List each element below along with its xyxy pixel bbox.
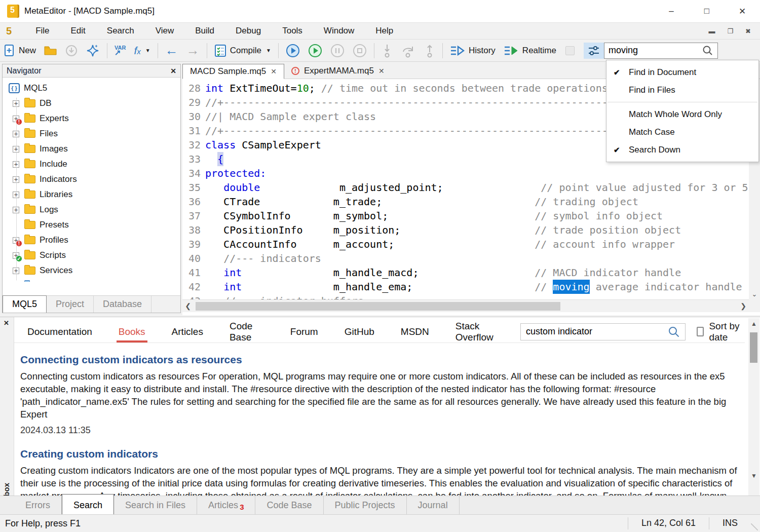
mdi-close-button[interactable]: ✖ xyxy=(745,27,751,35)
expand-plus-icon[interactable] xyxy=(13,268,19,274)
scroll-right-icon[interactable]: ❯ xyxy=(738,302,749,310)
sort-by-date-control[interactable]: Sort by date xyxy=(697,321,745,343)
search-menu-item-search-down[interactable]: Search Down✔ xyxy=(606,141,758,159)
toolbox-bottom-tab-public-projects[interactable]: Public Projects xyxy=(324,496,407,514)
mdi-restore-button[interactable]: ❐ xyxy=(727,27,733,35)
step-into-button[interactable] xyxy=(377,42,397,60)
toolbox-tab-code-base[interactable]: Code Base xyxy=(216,321,277,343)
menu-debug[interactable]: Debug xyxy=(225,23,272,39)
tree-item-logs[interactable]: Logs xyxy=(3,202,180,217)
expand-plus-icon[interactable] xyxy=(13,100,19,107)
toolbox-tab-articles[interactable]: Articles xyxy=(159,321,216,343)
editor-tab-expertmama-mq5[interactable]: !ExpertMAMA.mq5✕ xyxy=(284,63,392,79)
search-result-item[interactable]: Connecting custom indicators as resource… xyxy=(20,354,740,436)
toolbox-scroll-down-icon[interactable]: ▼ xyxy=(748,472,759,479)
navigate-back-button[interactable]: ← xyxy=(161,42,182,60)
navigator-tab-project[interactable]: Project xyxy=(47,296,94,313)
resize-grip[interactable] xyxy=(751,523,758,530)
sort-by-date-checkbox[interactable] xyxy=(697,327,704,336)
copilot-button[interactable] xyxy=(82,42,104,60)
tab-close-icon[interactable]: ✕ xyxy=(271,67,277,75)
mdi-minimize-button[interactable]: ▬ xyxy=(708,27,715,35)
navigate-forward-button[interactable]: → xyxy=(182,42,204,60)
expand-plus-icon[interactable] xyxy=(13,146,19,153)
toolbox-vscroll-thumb[interactable] xyxy=(750,332,757,363)
search-menu-item-match-whole-word-only[interactable]: Match Whole Word Only xyxy=(606,105,758,123)
stop-button[interactable] xyxy=(349,42,371,60)
search-menu-item-find-in-files[interactable]: Find in Files xyxy=(606,81,758,99)
layout-toggle-button[interactable] xyxy=(565,46,575,55)
toolbox-bottom-tab-search[interactable]: Search xyxy=(62,494,114,514)
navigator-tab-database[interactable]: Database xyxy=(94,296,151,313)
toolbox-bottom-tab-search-in-files[interactable]: Search in Files xyxy=(114,496,197,514)
close-button[interactable]: ✕ xyxy=(725,0,760,22)
editor-horizontal-scrollbar[interactable]: ❮ ❯ xyxy=(182,299,749,312)
toolbox-tab-books[interactable]: Books xyxy=(105,321,159,343)
search-menu-item-find-in-document[interactable]: Find in Document✔ xyxy=(606,63,758,81)
expand-plus-icon[interactable] xyxy=(13,207,19,213)
minimize-button[interactable]: – xyxy=(654,0,689,22)
navigator-tab-mql5[interactable]: MQL5 xyxy=(3,295,47,313)
toolbox-close-icon[interactable]: ✕ xyxy=(4,319,9,327)
menu-file[interactable]: File xyxy=(25,23,60,39)
search-menu-item-match-case[interactable]: Match Case xyxy=(606,123,758,141)
scroll-left-icon[interactable]: ❮ xyxy=(182,302,194,310)
toolbox-tab-documentation[interactable]: Documentation xyxy=(14,321,105,343)
tree-item-libraries[interactable]: Libraries xyxy=(3,187,180,202)
menu-build[interactable]: Build xyxy=(184,23,225,39)
menu-help[interactable]: Help xyxy=(365,23,404,39)
fx-dropdown-caret[interactable]: ▼ xyxy=(145,48,150,53)
menu-tools[interactable]: Tools xyxy=(272,23,313,39)
tab-close-icon[interactable]: ✕ xyxy=(378,67,385,75)
toolbox-scroll-up-icon[interactable]: ▲ xyxy=(748,320,759,327)
expand-plus-icon[interactable] xyxy=(13,131,19,137)
tree-item-presets[interactable]: Presets xyxy=(3,217,180,233)
new-button[interactable]: New xyxy=(0,42,40,60)
editor-tab-macd-sample-mq5[interactable]: MACD Sample.mq5✕ xyxy=(182,64,284,79)
tree-item-scripts[interactable]: ✓Scripts xyxy=(3,248,180,263)
tree-item-shared-projects[interactable]: Shared Projects xyxy=(3,278,180,282)
pause-button[interactable] xyxy=(326,42,349,60)
tree-item-images[interactable]: Images xyxy=(3,141,180,157)
search-result-item[interactable]: Creating custom indicatorsCreating custo… xyxy=(20,448,740,496)
run-button[interactable] xyxy=(304,42,326,60)
navigator-close-icon[interactable]: ✕ xyxy=(170,67,176,75)
compile-button[interactable]: Compile ▼ xyxy=(210,42,275,60)
functions-button[interactable]: fx ▼ xyxy=(130,42,154,60)
toolbar-search-input[interactable] xyxy=(609,45,700,56)
toolbox-bottom-tab-journal[interactable]: Journal xyxy=(407,496,460,514)
tree-item-experts[interactable]: !Experts xyxy=(3,111,180,126)
expand-plus-icon[interactable] xyxy=(13,176,19,183)
toolbox-tab-stack-overflow[interactable]: Stack Overflow xyxy=(442,321,515,343)
toolbox-tab-msdn[interactable]: MSDN xyxy=(388,321,442,343)
search-options-button[interactable] xyxy=(584,43,604,59)
tree-item-profiles[interactable]: !Profiles xyxy=(3,233,180,248)
expand-plus-icon[interactable] xyxy=(13,161,19,168)
save-version-button[interactable] xyxy=(61,42,82,60)
toolbox-bottom-tab-code-base[interactable]: Code Base xyxy=(255,496,323,514)
history-button[interactable]: History xyxy=(446,42,500,60)
toolbar-search-field[interactable] xyxy=(604,43,718,59)
compile-dropdown-caret[interactable]: ▼ xyxy=(266,48,271,53)
hscroll-thumb[interactable] xyxy=(196,302,560,311)
realtime-button[interactable]: Realtime xyxy=(500,42,560,60)
menu-search[interactable]: Search xyxy=(96,23,145,39)
toolbox-bottom-tab-errors[interactable]: Errors xyxy=(14,496,62,514)
result-title[interactable]: Creating custom indicators xyxy=(20,448,740,460)
toolbox-vertical-scrollbar[interactable]: ▲ ▼ xyxy=(748,318,759,497)
open-button[interactable] xyxy=(40,42,61,60)
menu-view[interactable]: View xyxy=(145,23,185,39)
menu-edit[interactable]: Edit xyxy=(60,23,96,39)
tree-item-indicators[interactable]: Indicators xyxy=(3,172,180,187)
expand-plus-icon[interactable] xyxy=(13,192,19,198)
tree-root-mql5[interactable]: { }MQL5 xyxy=(3,81,180,96)
toolbox-tab-forum[interactable]: Forum xyxy=(277,321,331,343)
tree-item-files[interactable]: Files xyxy=(3,126,180,141)
tree-item-services[interactable]: Services xyxy=(3,263,180,278)
toolbox-search-field[interactable] xyxy=(520,323,686,340)
toolbox-search-input[interactable] xyxy=(526,326,668,337)
step-out-button[interactable] xyxy=(420,42,439,60)
step-over-button[interactable] xyxy=(397,42,420,60)
scroll-down-icon[interactable]: ⌄ xyxy=(749,290,760,298)
toolbox-bottom-tab-articles[interactable]: Articles3 xyxy=(197,496,255,514)
